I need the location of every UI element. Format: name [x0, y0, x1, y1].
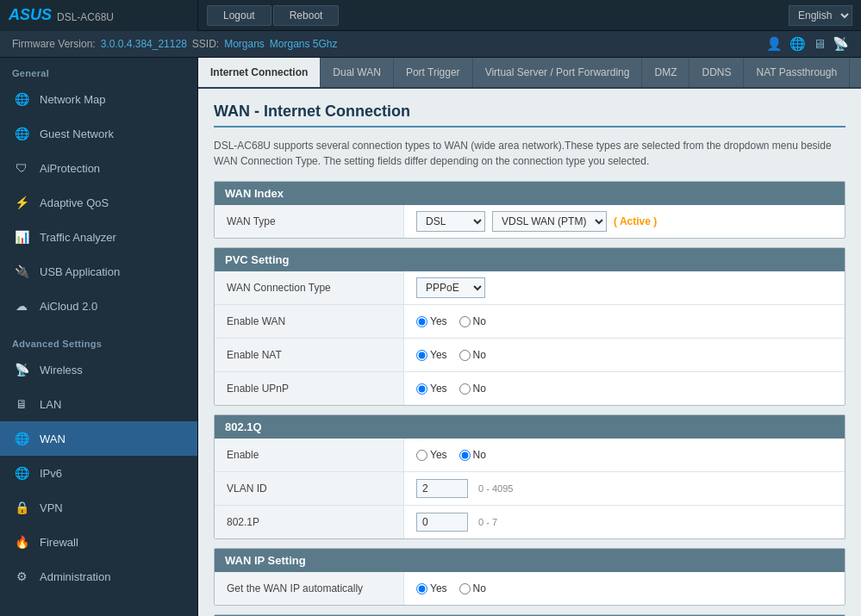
enable-wan-no-label[interactable]: No [459, 315, 486, 327]
sidebar-item-aiprotection[interactable]: 🛡 AiProtection [0, 151, 197, 185]
section-wan-index: WAN Index WAN Type DSL VDSL WAN (PTM) ( … [214, 181, 845, 239]
sidebar-item-label: IPv6 [40, 467, 62, 480]
wan-ip-auto-no-label[interactable]: No [459, 582, 486, 594]
sidebar-item-label: Wireless [40, 364, 83, 376]
firmware-label: Firmware Version: [12, 38, 96, 50]
sidebar-item-administration[interactable]: ⚙ Administration [0, 559, 197, 594]
tab-dual-wan[interactable]: Dual WAN [321, 58, 394, 87]
section-8021q: 802.1Q Enable Yes No [214, 414, 845, 539]
enable-8021q-yes-label[interactable]: Yes [416, 449, 447, 461]
page-title: WAN - Internet Connection [214, 103, 845, 128]
value-vlan-id: 0 - 4095 [404, 474, 845, 503]
general-section: General 🌐 Network Map 🌐 Guest Network 🛡 … [0, 58, 197, 328]
enable-upnp-yes-label[interactable]: Yes [416, 383, 447, 395]
label-enable-wan: Enable WAN [215, 305, 404, 338]
tab-nat-passthrough[interactable]: NAT Passthrough [744, 58, 850, 87]
logo: ASUS [9, 6, 52, 24]
sidebar-item-lan[interactable]: 🖥 LAN [0, 387, 197, 421]
wan-type-select2[interactable]: VDSL WAN (PTM) [492, 211, 607, 232]
enable-upnp-no-radio[interactable] [459, 383, 471, 395]
sidebar-item-ipv6[interactable]: 🌐 IPv6 [0, 456, 197, 490]
top-right: English [789, 5, 861, 26]
row-wan-ip-auto: Get the WAN IP automatically Yes No [215, 572, 845, 605]
wireless-icon: 📡 [12, 360, 31, 379]
enable-nat-yes-radio[interactable] [416, 350, 427, 361]
fw-icons: 👤 🌐 🖥 📡 [766, 36, 849, 52]
enable-8021q-no-radio[interactable] [459, 450, 471, 461]
enable-wan-yes-label[interactable]: Yes [416, 315, 447, 327]
advanced-section-title: Advanced Settings [0, 333, 197, 352]
enable-nat-yes-label[interactable]: Yes [416, 349, 447, 361]
sidebar-item-vpn[interactable]: 🔒 VPN [0, 490, 197, 525]
aicloud-icon: ☁ [12, 296, 31, 315]
enable-wan-yes-radio[interactable] [416, 316, 427, 327]
enable-8021q-no-label[interactable]: No [459, 449, 486, 461]
label-wan-connection-type: WAN Connection Type [215, 271, 404, 304]
sidebar-item-firewall[interactable]: 🔥 Firewall [0, 525, 197, 559]
top-bar: ASUS DSL-AC68U Logout Reboot English [0, 0, 861, 31]
vlan-id-input[interactable] [416, 479, 468, 498]
wan-connection-type-select[interactable]: PPPoE DHCP Static IP [416, 277, 485, 298]
wan-icon: 🌐 [12, 429, 31, 448]
wan-ip-auto-no-radio[interactable] [459, 583, 471, 594]
enable-8021q-radio-group: Yes No [416, 449, 486, 461]
section-header-pvc: PVC Setting [215, 248, 845, 271]
enable-8021q-yes-radio[interactable] [416, 450, 427, 461]
logout-button[interactable]: Logout [207, 5, 271, 26]
general-section-title: General [0, 63, 197, 82]
tab-dmz[interactable]: DMZ [642, 58, 689, 87]
wan-ip-auto-yes-label[interactable]: Yes [416, 582, 447, 594]
tab-virtual-server[interactable]: Virtual Server / Port Forwarding [473, 58, 643, 87]
enable-upnp-no-label[interactable]: No [459, 383, 486, 395]
8021p-input[interactable] [416, 513, 468, 532]
value-8021p: 0 - 7 [404, 507, 845, 537]
language-select[interactable]: English [789, 5, 852, 26]
ipv6-icon: 🌐 [12, 464, 31, 482]
sidebar-item-guest-network[interactable]: 🌐 Guest Network [0, 116, 197, 151]
globe-icon: 🌐 [789, 36, 806, 52]
page-description: DSL-AC68U supports several connection ty… [214, 138, 845, 169]
sidebar-item-adaptive-qos[interactable]: ⚡ Adaptive QoS [0, 185, 197, 220]
page-content: WAN - Internet Connection DSL-AC68U supp… [198, 89, 861, 616]
value-wan-type: DSL VDSL WAN (PTM) ( Active ) [404, 206, 845, 237]
row-enable-wan: Enable WAN Yes No [215, 305, 845, 339]
ssid1-link[interactable]: Morgans [224, 38, 265, 50]
reboot-button[interactable]: Reboot [273, 5, 340, 26]
sidebar-item-wan[interactable]: 🌐 WAN [0, 421, 197, 456]
sidebar-item-label: AiProtection [40, 162, 100, 175]
sidebar-item-usb-application[interactable]: 🔌 USB Application [0, 254, 197, 289]
label-enable-nat: Enable NAT [215, 339, 404, 371]
wan-type-select1[interactable]: DSL [416, 211, 485, 232]
enable-wan-no-radio[interactable] [459, 316, 471, 327]
sidebar-item-network-map[interactable]: 🌐 Network Map [0, 82, 197, 116]
sidebar-item-traffic-analyzer[interactable]: 📊 Traffic Analyzer [0, 220, 197, 254]
sidebar-item-aicloud[interactable]: ☁ AiCloud 2.0 [0, 289, 197, 323]
tab-internet-connection[interactable]: Internet Connection [198, 58, 321, 87]
monitor-icon: 🖥 [813, 36, 826, 52]
tab-port-trigger[interactable]: Port Trigger [394, 58, 473, 87]
vpn-icon: 🔒 [12, 498, 31, 517]
8021p-range: 0 - 7 [478, 517, 497, 527]
row-8021p: 802.1P 0 - 7 [215, 506, 845, 538]
enable-nat-no-radio[interactable] [459, 350, 471, 361]
sidebar-item-label: AiCloud 2.0 [40, 300, 97, 313]
wan-ip-auto-yes-radio[interactable] [416, 583, 427, 594]
adaptive-qos-icon: ⚡ [12, 193, 31, 212]
sidebar-item-label: Adaptive QoS [40, 196, 109, 209]
firmware-version[interactable]: 3.0.0.4.384_21128 [101, 38, 187, 50]
sidebar-item-label: Administration [40, 570, 110, 583]
row-vlan-id: VLAN ID 0 - 4095 [215, 472, 845, 506]
advanced-section: Advanced Settings 📡 Wireless 🖥 LAN 🌐 WAN… [0, 328, 197, 599]
enable-nat-no-label[interactable]: No [459, 349, 486, 361]
sidebar: General 🌐 Network Map 🌐 Guest Network 🛡 … [0, 58, 198, 616]
active-badge: ( Active ) [614, 215, 657, 227]
sidebar-item-wireless[interactable]: 📡 Wireless [0, 352, 197, 387]
enable-wan-radio-group: Yes No [416, 315, 486, 327]
tab-ddns[interactable]: DDNS [689, 58, 744, 87]
row-wan-connection-type: WAN Connection Type PPPoE DHCP Static IP [215, 271, 845, 305]
section-header-wan-index: WAN Index [215, 182, 845, 205]
ssid2-link[interactable]: Morgans 5Ghz [270, 38, 338, 50]
sidebar-item-label: LAN [40, 398, 61, 411]
enable-upnp-yes-radio[interactable] [416, 383, 427, 395]
sidebar-item-label: Traffic Analyzer [40, 231, 116, 244]
